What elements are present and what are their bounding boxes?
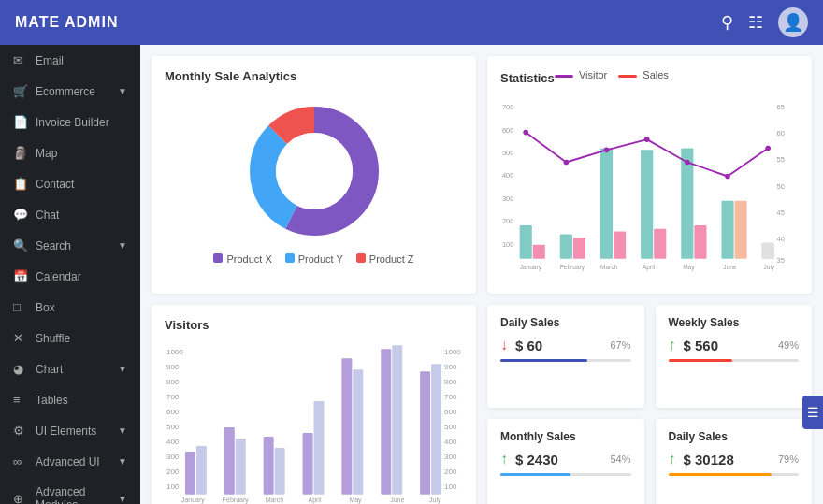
- svg-rect-69: [236, 439, 246, 495]
- sidebar-label-contact: Contact: [36, 178, 127, 191]
- sidebar-item-invoice[interactable]: 📄 Invoice Builder: [0, 107, 140, 137]
- topnav-icons: ⚲ ☷ 👤: [721, 7, 808, 37]
- stats-legend: Visitor Sales: [555, 69, 669, 80]
- calendar-icon: 📅: [13, 269, 28, 283]
- legend-y: Product Y: [285, 253, 343, 265]
- svg-text:200: 200: [502, 217, 514, 225]
- weekly-sales-value: $ 560: [684, 338, 719, 353]
- svg-rect-68: [224, 427, 235, 495]
- svg-rect-18: [520, 225, 532, 259]
- svg-rect-31: [762, 243, 774, 259]
- sidebar-item-shuffle[interactable]: ✕ Shuffle: [0, 323, 140, 353]
- svg-text:1000: 1000: [166, 348, 183, 356]
- sidebar-item-search[interactable]: 🔍 Search ▼: [0, 230, 140, 261]
- statistics-card: Statistics Visitor Sales 700 600 500: [487, 56, 812, 294]
- sales-legend: Sales: [618, 69, 669, 80]
- edge-button[interactable]: ☰: [802, 396, 823, 429]
- sidebar-item-email[interactable]: ✉ Email: [0, 45, 140, 76]
- sidebar-label-email: Email: [36, 54, 127, 67]
- ecommerce-icon: 🛒: [13, 84, 28, 98]
- monthly-sales-card: Monthly Sales ↑ $ 2430 54%: [487, 419, 644, 504]
- svg-rect-25: [654, 229, 666, 259]
- daily-sales-title: Daily Sales: [500, 316, 631, 329]
- statistics-chart: 700 600 500 400 300 200 100 65 60 55 50 …: [500, 90, 799, 277]
- svg-rect-28: [721, 201, 733, 259]
- sidebar-item-map[interactable]: 🗿 Map: [0, 137, 140, 168]
- chevron-icon: ▼: [118, 86, 127, 96]
- svg-text:500: 500: [444, 423, 457, 431]
- sidebar-item-ui-elements[interactable]: ⚙ UI Elements ▼: [0, 415, 140, 446]
- sidebar-item-tables[interactable]: ≡ Tables: [0, 384, 140, 415]
- svg-text:35: 35: [777, 256, 785, 265]
- svg-text:45: 45: [777, 209, 785, 217]
- statistics-title: Statistics: [500, 71, 555, 85]
- monthly-sales-title: Monthly Sales: [500, 430, 631, 443]
- main-layout: ✉ Email 🛒 Ecommerce ▼ 📄 Invoice Builder …: [0, 45, 823, 504]
- svg-text:300: 300: [444, 453, 457, 461]
- svg-rect-23: [614, 232, 626, 259]
- visitors-card: Visitors 1000 900 800 700 600 500 400 30…: [152, 305, 476, 504]
- topnav: MATE ADMIN ⚲ ☷ 👤: [0, 0, 823, 45]
- svg-text:July: July: [429, 497, 441, 504]
- avatar[interactable]: 👤: [778, 7, 808, 37]
- sidebar-item-advanced-modules[interactable]: ⊕ Advanced Modules ▼: [0, 477, 140, 504]
- svg-text:600: 600: [444, 408, 457, 416]
- chevron-icon-3: ▼: [118, 364, 127, 374]
- svg-text:600: 600: [166, 408, 180, 416]
- visitors-title: Visitors: [165, 318, 463, 332]
- apps-icon[interactable]: ☷: [748, 12, 763, 33]
- svg-text:January: January: [520, 264, 542, 271]
- svg-text:March: March: [600, 264, 618, 270]
- svg-text:60: 60: [777, 129, 785, 137]
- svg-text:900: 900: [444, 363, 457, 371]
- svg-text:200: 200: [444, 468, 457, 476]
- email-icon: ✉: [13, 53, 28, 67]
- svg-text:300: 300: [502, 194, 514, 203]
- sidebar-item-advanced-ui[interactable]: ∞ Advanced UI ▼: [0, 446, 140, 477]
- svg-text:June: June: [390, 497, 404, 503]
- sidebar-item-ecommerce[interactable]: 🛒 Ecommerce ▼: [0, 76, 140, 107]
- sidebar-item-chat[interactable]: 💬 Chat: [0, 199, 140, 230]
- daily-sales-pct: 67%: [610, 339, 630, 351]
- sidebar-label-ecommerce: Ecommerce: [36, 85, 110, 98]
- sidebar-label-adv-mod: Advanced Modules: [36, 485, 110, 504]
- monthly-sales-value: $ 2430: [515, 452, 558, 468]
- monthly-sales-row: ↑ $ 2430 54%: [500, 451, 631, 468]
- chevron-icon-5: ▼: [118, 456, 127, 467]
- sidebar-label-shuffle: Shuffle: [36, 332, 127, 345]
- visitor-legend: Visitor: [555, 69, 607, 80]
- sidebar-item-contact[interactable]: 📋 Contact: [0, 168, 140, 199]
- svg-text:50: 50: [777, 182, 785, 191]
- daily-sales-row-2: ↑ $ 30128 79%: [669, 451, 800, 468]
- donut-container: Product X Product Y Product Z: [165, 93, 463, 265]
- legend-z: Product Z: [356, 253, 414, 265]
- arrow-down-icon: ↓: [500, 337, 508, 353]
- sidebar-item-calendar[interactable]: 📅 Calendar: [0, 261, 140, 292]
- sidebar-label-search: Search: [36, 239, 110, 252]
- weekly-sales-row: ↑ $ 560 49%: [669, 337, 800, 353]
- sidebar-item-box[interactable]: □ Box: [0, 292, 140, 323]
- svg-text:300: 300: [166, 453, 180, 461]
- svg-text:700: 700: [444, 393, 457, 401]
- svg-rect-27: [694, 225, 706, 259]
- svg-text:600: 600: [502, 126, 514, 135]
- legend-x: Product X: [213, 253, 271, 265]
- arrow-up-icon-monthly: ↑: [500, 451, 508, 468]
- monthly-sale-card: Monthly Sale Analytics Product X Product…: [152, 56, 476, 294]
- svg-text:800: 800: [444, 378, 457, 386]
- box-icon: □: [13, 300, 28, 314]
- daily-sales-value: $ 60: [515, 338, 542, 353]
- daily-sales-title-2: Daily Sales: [669, 430, 800, 443]
- svg-rect-22: [600, 148, 613, 258]
- search-icon[interactable]: ⚲: [721, 12, 733, 33]
- daily-sales-pct-2: 79%: [778, 454, 799, 465]
- content-area: Monthly Sale Analytics Product X Product…: [140, 45, 823, 504]
- svg-point-3: [276, 133, 353, 209]
- daily-sales-bar-2: [669, 473, 800, 476]
- sidebar-label-tables: Tables: [36, 394, 127, 407]
- svg-text:February: February: [223, 497, 249, 504]
- svg-rect-72: [303, 433, 313, 495]
- daily-sales-card-2: Daily Sales ↑ $ 30128 79%: [656, 419, 813, 504]
- daily-sales-row: ↓ $ 60 67%: [500, 337, 631, 353]
- sidebar-item-chart[interactable]: ◕ Chart ▼: [0, 353, 140, 384]
